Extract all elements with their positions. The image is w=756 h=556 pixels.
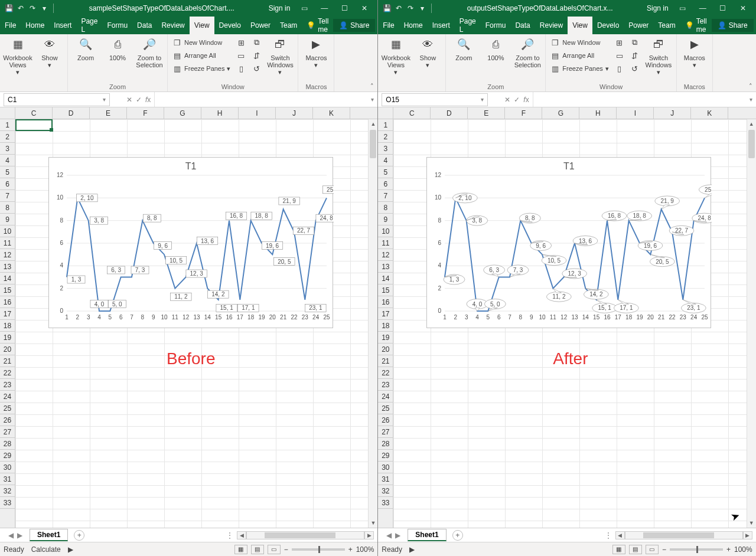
tab-power[interactable]: Power [246, 17, 275, 34]
tab-home[interactable]: Home [21, 17, 49, 34]
column-header[interactable]: C [393, 107, 431, 119]
row-header[interactable]: 27 [378, 426, 393, 438]
row-header[interactable]: 23 [378, 379, 393, 391]
sheet-tab[interactable]: Sheet1 [408, 529, 446, 541]
sheet-tab[interactable]: Sheet1 [30, 529, 68, 541]
row-header[interactable]: 15 [378, 284, 393, 296]
row-header[interactable]: 4 [378, 155, 393, 166]
row-header[interactable]: 25 [378, 403, 393, 414]
macro-record-icon[interactable]: ▶ [409, 545, 415, 554]
normal-view-button[interactable]: ▦ [234, 545, 247, 554]
row-header[interactable]: 22 [378, 367, 393, 379]
zoom-selection-button[interactable]: 🔎Zoom to Selection [513, 37, 542, 68]
tab-file[interactable]: File [378, 17, 399, 34]
view-side-button[interactable]: ⧉ [250, 37, 262, 48]
redo-icon[interactable]: ↷ [405, 3, 416, 14]
column-header[interactable]: J [276, 107, 313, 119]
horizontal-scrollbar[interactable] [625, 531, 743, 539]
signin-link[interactable]: Sign in [642, 4, 673, 12]
freeze-panes-button[interactable]: ▥Freeze Panes▾ [549, 63, 610, 74]
minimize-icon[interactable]: — [315, 2, 334, 14]
row-header[interactable]: 18 [0, 320, 15, 332]
zoom-in-button[interactable]: + [348, 545, 353, 554]
row-header[interactable]: 6 [378, 178, 393, 190]
tab-formu[interactable]: Formu [102, 17, 132, 34]
row-header[interactable]: 19 [0, 332, 15, 344]
row-header[interactable]: 32 [0, 485, 15, 497]
share-button[interactable]: 👤Share [712, 19, 754, 32]
row-header[interactable]: 25 [0, 403, 15, 414]
tab-view[interactable]: View [568, 17, 592, 34]
horizontal-scrollbar[interactable] [246, 531, 364, 539]
unhide-button[interactable]: ▯ [614, 63, 625, 74]
share-button[interactable]: 👤Share [333, 19, 375, 32]
row-header[interactable]: 31 [378, 473, 393, 485]
row-header[interactable]: 16 [378, 296, 393, 308]
row-header[interactable]: 17 [378, 308, 393, 320]
save-icon[interactable]: 💾 [382, 3, 392, 14]
switch-windows-button[interactable]: 🗗Switch Windows▾ [644, 37, 673, 76]
row-header[interactable]: 8 [0, 202, 15, 214]
row-header[interactable]: 13 [0, 261, 15, 273]
arrange-all-button[interactable]: ▤Arrange All [171, 50, 232, 61]
column-header[interactable]: I [239, 107, 276, 119]
split-button[interactable]: ⊞ [614, 37, 625, 48]
tab-data[interactable]: Data [132, 17, 157, 34]
zoom-100-button[interactable]: ⎙100% [103, 37, 132, 61]
row-header[interactable]: 20 [0, 344, 15, 355]
row-header[interactable]: 18 [378, 320, 393, 332]
redo-icon[interactable]: ↷ [27, 3, 38, 14]
column-header[interactable]: F [505, 107, 542, 119]
tell-me[interactable]: 💡Tell me [680, 17, 712, 34]
zoom-level[interactable]: 100% [356, 545, 374, 554]
row-header[interactable]: 14 [378, 273, 393, 284]
hscroll-left-button[interactable]: ◀ [237, 531, 246, 539]
cells[interactable]: T1 0246810121234567891011121314151617181… [15, 119, 377, 528]
column-header[interactable]: G [542, 107, 579, 119]
zoom-button[interactable]: 🔍Zoom [71, 37, 100, 61]
page-break-view-button[interactable]: ▭ [646, 545, 659, 554]
row-header[interactable]: 9 [378, 214, 393, 225]
close-icon[interactable]: ✕ [734, 2, 752, 14]
formula-input[interactable]: ▾ [533, 92, 756, 107]
row-header[interactable]: 15 [0, 284, 15, 296]
fx-icon[interactable]: fx [523, 96, 529, 104]
row-header[interactable]: 32 [378, 485, 393, 497]
column-header[interactable]: E [90, 107, 127, 119]
column-header[interactable]: D [53, 107, 90, 119]
row-header[interactable]: 11 [378, 237, 393, 249]
hscroll-right-button[interactable]: ▶ [364, 531, 374, 539]
tab-develo[interactable]: Develo [214, 17, 246, 34]
reset-pos-button[interactable]: ↺ [629, 63, 641, 74]
tab-view[interactable]: View [190, 17, 214, 34]
column-header[interactable]: K [691, 107, 728, 119]
row-header[interactable]: 5 [0, 166, 15, 178]
tab-team[interactable]: Team [653, 17, 680, 34]
view-side-button[interactable]: ⧉ [629, 37, 641, 48]
undo-icon[interactable]: ↶ [15, 3, 26, 14]
chart-before[interactable]: T1 0246810121234567891011121314151617181… [48, 157, 333, 328]
tab-formu[interactable]: Formu [481, 17, 511, 34]
row-header[interactable]: 16 [0, 296, 15, 308]
add-sheet-button[interactable]: + [452, 530, 463, 541]
row-header[interactable]: 7 [378, 190, 393, 202]
zoom-in-button[interactable]: + [726, 545, 731, 554]
cells[interactable]: T1 0246810121234567891011121314151617181… [393, 119, 755, 528]
column-header[interactable]: H [201, 107, 239, 119]
row-header[interactable]: 27 [0, 426, 15, 438]
row-header[interactable]: 31 [0, 473, 15, 485]
unhide-button[interactable]: ▯ [235, 63, 247, 74]
row-header[interactable]: 14 [0, 273, 15, 284]
arrange-all-button[interactable]: ▤Arrange All [549, 50, 610, 61]
row-header[interactable]: 9 [0, 214, 15, 225]
tab-file[interactable]: File [0, 17, 21, 34]
ribbon-display-icon[interactable]: ▭ [673, 2, 692, 14]
sheet-nav-next-icon[interactable]: ▶ [17, 531, 22, 539]
workbook-views-button[interactable]: ▦Workbook Views▾ [4, 37, 32, 76]
row-header[interactable]: 21 [0, 355, 15, 367]
hide-button[interactable]: ▭ [614, 50, 625, 61]
vertical-scrollbar[interactable]: ▲▼ [368, 119, 377, 528]
row-header[interactable]: 2 [378, 131, 393, 143]
row-header[interactable]: 22 [0, 367, 15, 379]
page-layout-view-button[interactable]: ▤ [251, 545, 264, 554]
